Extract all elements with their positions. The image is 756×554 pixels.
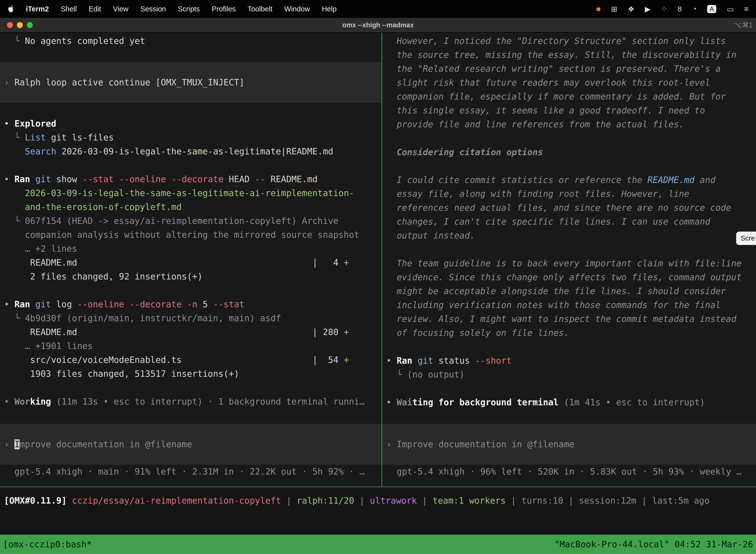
terminal-line: changes, I can't cite specific file line… — [386, 215, 756, 229]
text-segment: and-the-erosion-of-copyleft.md — [4, 202, 182, 212]
text-segment: references need actual files, and since … — [386, 203, 731, 213]
terminal-line — [386, 131, 756, 145]
text-segment: HEAD — [229, 174, 255, 184]
terminal-line: the source tree, missing the essay. Stil… — [386, 48, 756, 62]
text-segment: + — [344, 258, 349, 268]
menu-item-view[interactable]: View — [113, 5, 128, 13]
terminal-line: › Improve documentation in @filename — [386, 437, 756, 451]
text-segment: the source tree, missing the essay. Stil… — [386, 50, 737, 60]
terminal-line — [4, 48, 381, 62]
terminal-line: README.md | 280 + — [4, 325, 381, 339]
terminal-line: companion analysis without altering the … — [4, 228, 381, 242]
menu-item-toolbelt[interactable]: Toolbelt — [248, 5, 272, 13]
text-segment: … +1901 lines — [4, 341, 93, 351]
left-pane-body: • Explored └ List git ls-files Search 20… — [0, 103, 381, 408]
menu-item-scripts[interactable]: Scripts — [178, 5, 200, 13]
text-segment: › — [4, 77, 14, 88]
screen-tooltip-label: Scre — [741, 234, 755, 242]
right-prompt-input[interactable]: › Improve documentation in @filename — [382, 437, 756, 451]
text-segment: No agents completed yet — [25, 36, 145, 46]
figure-eight-icon[interactable]: 8 — [678, 5, 682, 13]
text-segment: and — [694, 175, 715, 185]
text-segment: Improve documentation in @filename — [397, 439, 574, 449]
menu-bar: iTerm2 ShellEditViewSessionScriptsProfil… — [0, 0, 756, 18]
screen-tooltip[interactable]: Scre — [736, 232, 756, 245]
text-segment: | — [354, 496, 370, 506]
play-circle-icon[interactable]: ▶ — [645, 5, 650, 13]
text-segment: Ran — [397, 356, 418, 366]
terminal-line: … +1901 lines — [4, 339, 381, 353]
left-prompt-box[interactable]: › Improve documentation in @filename — [0, 424, 381, 465]
input-source-icon[interactable]: A — [707, 5, 716, 13]
right-prompt-box[interactable]: › Improve documentation in @filename — [382, 424, 756, 465]
menu-item-profiles[interactable]: Profiles — [212, 5, 236, 13]
terminal-window: └ No agents completed yet › Ralph loop a… — [0, 33, 756, 487]
terminal-line: output instead. — [386, 229, 756, 242]
text-segment: Ran — [14, 299, 35, 309]
text-segment: --short — [475, 356, 512, 366]
text-segment: └ 067f154 (HEAD -> essay/ai-reimplementa… — [4, 216, 338, 226]
left-terminal-pane[interactable]: └ No agents completed yet › Ralph loop a… — [0, 33, 381, 487]
menu-item-shell[interactable]: Shell — [61, 5, 77, 13]
text-segment: • — [4, 119, 14, 128]
terminal-line: review. Also, I might want to inspect th… — [386, 312, 756, 326]
keyboard-grid-icon[interactable]: ⊞ — [611, 5, 617, 13]
menu-item-window[interactable]: Window — [284, 5, 310, 13]
text-segment: mprove documentation in @filename — [19, 439, 192, 449]
window-title: omx --xhigh --madmax — [342, 21, 414, 29]
text-segment: Wor — [14, 397, 30, 406]
text-segment: --oneline --decorate — [77, 299, 187, 309]
terminal-line: src/voice/voiceModeEnabled.ts | 54 + — [4, 353, 381, 367]
minimize-window-button[interactable] — [17, 22, 23, 28]
terminal-line: and-the-erosion-of-copyleft.md — [4, 200, 381, 214]
tmux-status-bar: [omx-cczip0:bash* "MacBook-Pro-44.local"… — [0, 535, 756, 554]
text-segment: the "Related research writing" section i… — [386, 64, 721, 74]
terminal-line: gpt-5.4 xhigh · main · 91% left · 2.31M … — [4, 465, 381, 479]
terminal-line: └ (no output) — [386, 368, 756, 382]
right-pane-body: However, I noticed the "Directory Struct… — [382, 34, 756, 409]
text-segment: --stat --oneline --decorate — [82, 174, 229, 184]
apple-menu-icon[interactable] — [7, 5, 14, 13]
text-segment: git ls-files — [46, 132, 114, 143]
text-segment: output instead. — [386, 231, 475, 240]
window-title-bar[interactable]: omx --xhigh --madmax ⌥⌘1 — [0, 18, 756, 33]
terminal-line: › Ralph loop active continue [OMX_TMUX_I… — [4, 75, 381, 89]
gauge-icon[interactable]: ◔ — [692, 5, 697, 13]
battery-icon[interactable]: ▭ — [727, 5, 734, 13]
text-segment: Explored — [14, 119, 56, 128]
text-segment: might be acceptable alongside the file l… — [386, 286, 726, 296]
screen-recording-indicator-icon[interactable]: ■ — [596, 5, 601, 13]
omx-status-line: [OMX#0.11.9] cczip/essay/ai-reimplementa… — [0, 494, 756, 508]
text-segment: -n — [187, 299, 203, 309]
menu-item-session[interactable]: Session — [140, 5, 166, 13]
left-prompt-input[interactable]: › Improve documentation in @filename — [0, 437, 381, 451]
terminal-line — [4, 381, 381, 395]
text-segment: + — [344, 327, 349, 337]
menu-item-iterm2[interactable]: iTerm2 — [26, 5, 49, 13]
zoom-window-button[interactable] — [27, 22, 33, 28]
text-segment: gpt-5.4 xhigh · 96% left · 520K in · 5.8… — [386, 466, 742, 477]
right-terminal-pane[interactable]: However, I noticed the "Directory Struct… — [382, 33, 756, 487]
terminal-line — [4, 283, 381, 297]
tmux-session-window-label: [omx-cczip0:bash* — [3, 539, 92, 549]
text-segment: • — [386, 356, 397, 366]
close-window-button[interactable] — [7, 22, 13, 28]
text-segment: king — [30, 397, 51, 406]
menu-item-edit[interactable]: Edit — [88, 5, 101, 13]
compass-icon[interactable]: ❖ — [628, 5, 634, 13]
terminal-line: [OMX#0.11.9] cczip/essay/ai-reimplementa… — [4, 494, 756, 508]
traffic-lights — [7, 22, 33, 28]
text-segment: log — [56, 299, 77, 309]
dots-grid-icon[interactable]: ⁘ — [661, 5, 667, 13]
menu-item-help[interactable]: Help — [322, 5, 336, 13]
text-segment: I — [14, 439, 19, 449]
text-segment: essay file, along with finding root file… — [386, 189, 689, 199]
control-center-icon[interactable]: ≡ — [744, 5, 749, 13]
terminal-line: └ 067f154 (HEAD -> essay/ai-reimplementa… — [4, 214, 381, 228]
text-segment: | — [563, 496, 579, 506]
text-segment: (1m 41s • esc to interrupt) — [559, 397, 705, 407]
text-segment: README.md | 280 — [4, 327, 344, 337]
text-segment: The team guideline is to back every impo… — [386, 258, 742, 268]
terminal-line: 1903 files changed, 513517 insertions(+) — [4, 367, 381, 381]
text-segment: List — [25, 132, 46, 143]
